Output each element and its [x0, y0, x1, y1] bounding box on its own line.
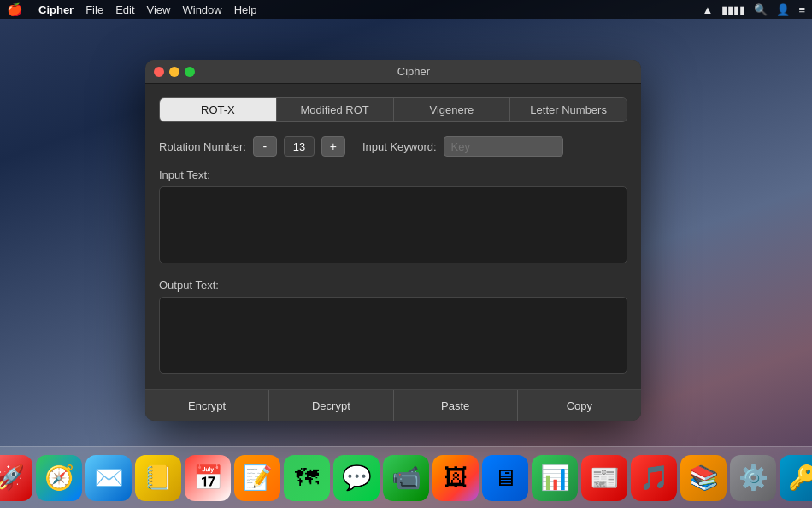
input-textarea[interactable]	[159, 186, 627, 263]
dock-item-photos[interactable]: 🖼	[432, 455, 479, 501]
rotation-minus-button[interactable]: -	[253, 136, 277, 157]
tab-modified-rot[interactable]: Modified ROT	[277, 98, 394, 121]
output-text-label: Output Text:	[159, 279, 627, 292]
search-icon[interactable]: 🔍	[754, 3, 768, 16]
wifi-icon: ▲	[703, 3, 714, 16]
dock-item-launchpad[interactable]: 🚀	[0, 455, 32, 501]
keyword-input[interactable]	[444, 136, 563, 157]
menu-bar-app-name[interactable]: Cipher	[38, 3, 74, 16]
dock-item-music[interactable]: 🎵	[631, 455, 677, 501]
dock-item-books[interactable]: 📚	[680, 455, 727, 501]
dock-item-facetime[interactable]: 📹	[383, 455, 429, 501]
dock-item-reminders[interactable]: 📝	[234, 455, 280, 501]
battery-icon: ▮▮▮▮	[721, 3, 745, 16]
menu-window[interactable]: Window	[182, 3, 221, 16]
tab-vigenere[interactable]: Vigenere	[394, 98, 511, 121]
window-maximize-button[interactable]	[185, 67, 195, 77]
decrypt-button[interactable]: Decrypt	[269, 390, 393, 421]
dock-item-messages[interactable]: 💬	[333, 455, 380, 501]
menu-view[interactable]: View	[147, 3, 171, 16]
cipher-tabs: ROT-X Modified ROT Vigenere Letter Numbe…	[159, 97, 627, 122]
menu-file[interactable]: File	[85, 3, 103, 16]
window-title: Cipher	[195, 65, 633, 78]
menu-help[interactable]: Help	[234, 3, 257, 16]
dock-item-maps[interactable]: 🗺	[284, 455, 330, 501]
tab-letter-numbers[interactable]: Letter Numbers	[510, 98, 627, 121]
action-buttons: Encrypt Decrypt Paste Copy	[145, 389, 641, 421]
window-controls	[154, 67, 195, 77]
menu-bar-left: 🍎 Cipher File Edit View Window Help	[7, 2, 256, 17]
dock-item-numbers[interactable]: 📊	[532, 455, 578, 501]
menu-bar-right: ▲ ▮▮▮▮ 🔍 👤 ≡	[703, 3, 805, 16]
encrypt-button[interactable]: Encrypt	[145, 390, 269, 421]
input-text-label: Input Text:	[159, 168, 627, 181]
menu-edit[interactable]: Edit	[115, 3, 134, 16]
dock-item-notes[interactable]: 📒	[135, 455, 181, 501]
dock-item-system-preferences[interactable]: ⚙️	[730, 455, 776, 501]
dock-item-1password[interactable]: 🔑	[780, 455, 812, 501]
apple-menu[interactable]: 🍎	[7, 2, 23, 17]
controls-row: Rotation Number: - 13 + Input Keyword:	[159, 136, 627, 157]
control-center-icon[interactable]: ≡	[798, 3, 805, 16]
dock-item-calendar[interactable]: 📅	[185, 455, 231, 501]
keyword-label: Input Keyword:	[362, 140, 437, 153]
window-titlebar: Cipher	[145, 60, 641, 84]
menu-bar: 🍎 Cipher File Edit View Window Help ▲ ▮▮…	[0, 0, 812, 19]
rotation-group: Rotation Number: - 13 +	[159, 136, 345, 157]
cipher-window: Cipher ROT-X Modified ROT Vigenere Lette…	[145, 60, 641, 421]
window-close-button[interactable]	[154, 67, 164, 77]
keyword-group: Input Keyword:	[362, 136, 563, 157]
copy-button[interactable]: Copy	[518, 390, 641, 421]
tab-rotx[interactable]: ROT-X	[160, 98, 277, 121]
dock-item-safari[interactable]: 🧭	[36, 455, 82, 501]
dock-item-mail[interactable]: ✉️	[85, 455, 132, 501]
window-content: ROT-X Modified ROT Vigenere Letter Numbe…	[145, 84, 641, 421]
paste-button[interactable]: Paste	[394, 390, 518, 421]
rotation-plus-button[interactable]: +	[321, 136, 345, 157]
window-minimize-button[interactable]	[169, 67, 179, 77]
rotation-label: Rotation Number:	[159, 140, 246, 153]
output-textarea[interactable]	[159, 297, 627, 374]
user-icon[interactable]: 👤	[776, 3, 790, 16]
dock: 🗂 🎤 🚀 🧭 ✉️ 📒 📅 📝 🗺 💬 📹 🖼 🖥 📊 📰 🎵 📚 ⚙️ 🔑 …	[0, 446, 812, 508]
dock-item-news[interactable]: 📰	[581, 455, 627, 501]
dock-item-remote-desktop[interactable]: 🖥	[482, 455, 528, 501]
rotation-value: 13	[284, 136, 315, 157]
